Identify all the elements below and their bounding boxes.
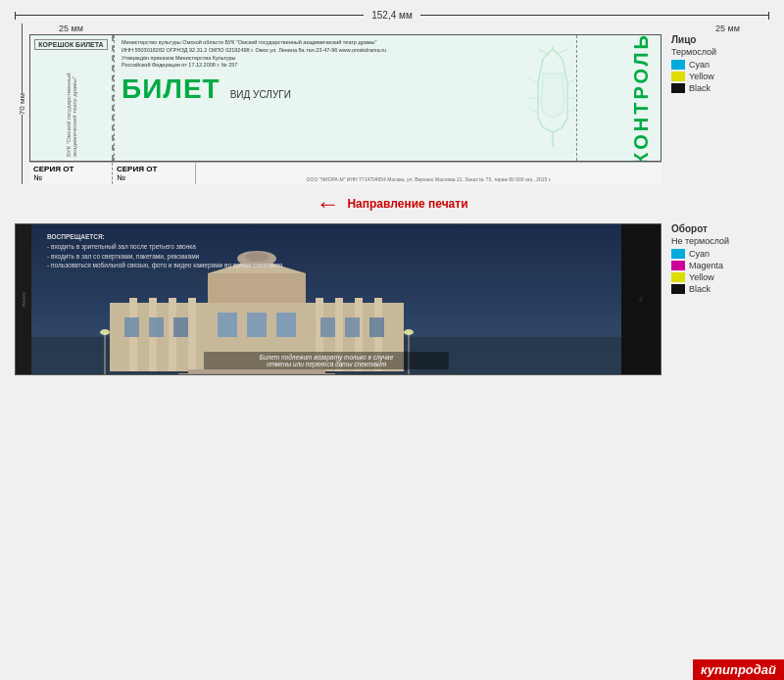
main-series-label: СЕРИЯ ОТ [117,165,191,173]
main-layout: 152,4 мм 70 мм 25 мм 25 мм [0,0,784,380]
back-legend-item-yellow: Yellow [671,272,769,282]
back-yellow-swatch [671,272,685,282]
back-black-swatch [671,284,685,294]
warning-item-2: - входить в зал со свертками, пакетами, … [47,252,282,262]
front-with-legend: КОРЕШОК БИЛЕТА БУК "Омский государственн… [29,34,769,184]
svg-rect-7 [188,298,196,371]
back-legend-item-magenta: Magenta [671,261,769,270]
height-bracket: 70 мм [15,24,29,184]
publisher-text: ООО "НИОРА-М" ИНН 7714704654 Москва, ул.… [307,176,552,182]
back-left-strip: theatre [16,224,31,374]
front-section: 70 мм 25 мм 25 мм [15,24,769,184]
front-legend-subtitle: Термослой [671,47,769,57]
black-label: Black [689,83,710,93]
kontrolь-area: КОНТРОЛЬ [630,35,653,161]
top-dimension: 152,4 мм [15,10,769,21]
width-label: 152,4 мм [364,10,420,21]
ticket-stub: КОРЕШОК БИЛЕТА БУК "Омский государственн… [30,35,114,161]
stub-vertical-text: БУК "Омский государственный академически… [34,54,108,157]
cyan-label: Cyan [689,60,710,70]
svg-point-30 [100,329,110,335]
back-left-text: theatre [21,292,26,308]
back-magenta-label: Magenta [689,261,723,270]
back-ticket-area: theatre [15,223,769,375]
right-margin-label: 25 мм [686,24,769,33]
stub-series: СЕРИЯ ОТ № [29,163,113,184]
svg-rect-20 [320,317,335,337]
svg-rect-16 [173,317,188,337]
legend-item-yellow: Yellow [671,72,769,81]
yellow-label: Yellow [689,72,714,81]
warning-item-3: - пользоваться мобильной связью, фото и … [47,261,282,270]
back-black-label: Black [689,284,710,294]
back-cyan-label: Cyan [689,249,710,259]
svg-point-32 [404,329,414,335]
svg-rect-19 [276,313,296,337]
ticket-back: theatre [15,223,662,375]
back-legend: Оборот Не термослой Cyan Magenta [671,223,769,375]
brand-watermark: купипродай [693,659,784,680]
back-right-strip: © [621,224,661,374]
back-warning-text: ВОСПРЕЩАЕТСЯ: - входить в зрительный зал… [47,232,282,270]
ticket-header-text: Министерство культуры Омской области БУК… [122,39,396,70]
bilet-label: БИЛЕТ [122,73,220,105]
svg-rect-15 [149,317,164,337]
warning-item-1: - входить в зрительный зал после третьег… [47,242,282,252]
height-label: 70 мм [18,93,26,115]
back-magenta-swatch [671,261,685,270]
yellow-swatch [671,72,685,81]
back-main: ВОСПРЕЩАЕТСЯ: - входить в зрительный зал… [31,224,621,374]
back-legend-subtitle: Не термослой [671,236,769,246]
main-number-label: № [117,173,191,182]
front-legend: Лицо Термослой Cyan Yellow [671,34,769,184]
ticket-watermark [504,45,602,151]
svg-rect-21 [345,317,360,337]
black-swatch [671,83,685,93]
warning-title: ВОСПРЕЩАЕТСЯ: [47,232,282,242]
direction-arrow-icon: ← [316,192,339,216]
ticket-front: КОРЕШОК БИЛЕТА БУК "Омский государственн… [29,34,662,162]
kontrolь-text: КОНТРОЛЬ [630,34,653,162]
back-cyan-swatch [671,249,685,259]
direction-section: ← Направление печати [15,192,769,216]
back-legend-item-black: Black [671,284,769,294]
svg-rect-14 [124,317,139,337]
brand-label: купипродай [701,662,776,677]
front-legend-title: Лицо [671,34,769,45]
stub-series-label: СЕРИЯ ОТ [33,165,108,173]
back-legend-title: Оборот [671,223,769,234]
bottom-series-row: СЕРИЯ ОТ № СЕРИЯ ОТ № ООО "НИОРА-М" ИНН … [29,162,662,184]
back-with-legend: theatre [15,223,769,375]
cyan-swatch [671,60,685,70]
svg-rect-13 [208,273,306,303]
front-legend-items: Cyan Yellow Black [671,60,769,93]
lantern-icon [514,44,592,152]
stub-label: КОРЕШОК БИЛЕТА [34,39,108,50]
margin-labels-row: 25 мм 25 мм [29,24,769,33]
legend-item-cyan: Cyan [671,60,769,70]
back-yellow-label: Yellow [689,272,714,282]
bottom-publisher: ООО "НИОРА-М" ИНН 7714704654 Москва, ул.… [196,163,662,184]
svg-rect-22 [369,317,384,337]
front-ticket-area: 25 мм 25 мм КОРЕШОК БИЛЕТА [29,24,769,184]
back-legend-item-cyan: Cyan [671,249,769,259]
svg-rect-17 [218,313,237,337]
left-margin-label: 25 мм [29,24,113,33]
svg-rect-18 [247,313,267,337]
stub-org-text: БУК "Омский государственный академически… [66,54,77,157]
ticket-front-wrapper: КОРЕШОК БИЛЕТА БУК "Омский государственн… [29,34,662,184]
back-legend-items: Cyan Magenta Yellow Black [671,249,769,294]
legend-item-black: Black [671,83,769,93]
back-section: theatre [15,223,769,375]
ticket-main-body: Министерство культуры Омской области БУК… [114,35,661,161]
back-right-text: © [638,297,644,303]
stub-number-label: № [33,173,108,182]
svg-rect-26 [178,373,335,374]
main-series: СЕРИЯ ОТ № [113,163,196,184]
direction-label: Направление печати [347,197,467,211]
back-bottom-caption: Билет подлежит возврату только в случае … [204,352,449,369]
vid-label: ВИД УСЛУГИ [230,89,291,100]
